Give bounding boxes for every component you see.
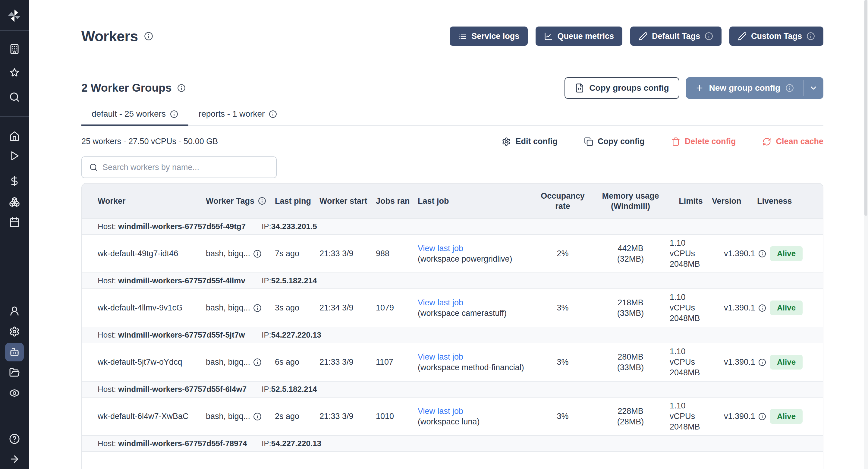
last-job-workspace: (workspace luna) xyxy=(418,416,480,427)
col-limits: Limits xyxy=(670,196,712,206)
view-last-job-link[interactable]: View last job xyxy=(418,298,507,308)
new-group-config-button[interactable]: New group config xyxy=(686,77,824,99)
info-icon xyxy=(705,32,713,40)
host-row: Host: windmill-workers-67757d55f-78974 I… xyxy=(82,435,823,451)
sidebar-item-home[interactable] xyxy=(9,131,20,142)
edit-config-button[interactable]: Edit config xyxy=(502,137,557,146)
gear-icon xyxy=(502,137,511,146)
host-row: Host: windmill-workers-67757d55f-5jt7w I… xyxy=(82,327,823,343)
button-label: Service logs xyxy=(471,32,519,41)
search-icon xyxy=(82,163,102,171)
worker-tags-info-icon[interactable] xyxy=(258,197,266,205)
service-logs-button[interactable]: Service logs xyxy=(450,27,528,46)
sidebar-item-star[interactable] xyxy=(9,67,20,79)
tab-info-icon xyxy=(269,110,277,118)
worker-row: wk-default-5jt7w-oYdcq bash, bigq... 6s … xyxy=(82,343,823,381)
tags-info-icon[interactable] xyxy=(253,304,261,312)
eye-icon xyxy=(9,387,20,399)
tags-info-icon[interactable] xyxy=(253,358,261,367)
host-row: Host: windmill-workers-67757d55f-49tg7 I… xyxy=(82,218,823,234)
worker-groups-header: 2 Worker Groups Copy groups config New g… xyxy=(82,77,824,99)
last-job-workspace: (workspace powergridlive) xyxy=(418,254,513,264)
workers-info-icon[interactable] xyxy=(144,32,153,41)
limits: 1.10 vCPUs 2048MB xyxy=(670,238,712,270)
version: v1.390.1 xyxy=(712,357,757,367)
windmill-logo[interactable] xyxy=(7,8,22,24)
tab-reports-worker[interactable]: reports - 1 worker xyxy=(188,109,287,125)
host-ip: IP:54.227.220.13 xyxy=(261,330,321,340)
boxes-icon xyxy=(9,196,20,207)
worker-row: wk-default-4llmv-9v1cG bash, bigq... 3s … xyxy=(82,288,823,327)
sidebar-item-dollar[interactable] xyxy=(9,176,20,187)
last-ping: 6s ago xyxy=(275,357,319,367)
tags-info-icon[interactable] xyxy=(253,412,261,421)
host-name: Host: windmill-workers-67757d55f-78974 xyxy=(98,439,261,448)
copy-groups-config-button[interactable]: Copy groups config xyxy=(564,77,679,99)
page-scrollbar[interactable] xyxy=(864,0,868,469)
alive-badge: Alive xyxy=(770,301,803,315)
action-label: Clean cache xyxy=(776,137,824,146)
building-icon xyxy=(9,44,20,55)
tags-info-icon[interactable] xyxy=(253,250,261,258)
col-memory-usage: Memory usage (Windmill) xyxy=(591,191,670,211)
occupancy-rate: 3% xyxy=(534,412,591,421)
worker-tags: bash, bigq... xyxy=(206,249,275,258)
tab-default-workers[interactable]: default - 25 workers xyxy=(82,109,188,125)
calendar-icon xyxy=(9,217,20,227)
new-group-config-dropdown[interactable] xyxy=(804,77,824,99)
host-name: Host: windmill-workers-67757d55f-5jt7w xyxy=(98,330,261,340)
sidebar-item-help[interactable] xyxy=(9,433,20,444)
sidebar-item-eye[interactable] xyxy=(9,387,20,399)
worker-start: 21:33 3/9 xyxy=(319,412,376,421)
last-ping: 3s ago xyxy=(275,303,319,313)
sidebar-item-search[interactable] xyxy=(9,92,20,102)
worker-search[interactable] xyxy=(82,156,277,178)
sidebar-item-user[interactable] xyxy=(9,306,20,316)
delete-config-button[interactable]: Delete config xyxy=(671,137,736,146)
robot-icon xyxy=(9,347,20,357)
host-ip: IP:34.233.201.5 xyxy=(261,222,317,231)
search-input[interactable] xyxy=(102,163,276,172)
host-row: Host: windmill-workers-67757d55f-4llmv I… xyxy=(82,273,823,288)
worker-name: wk-default-49tg7-idt46 xyxy=(82,249,206,258)
action-label: Edit config xyxy=(516,137,557,146)
sidebar-item-folder[interactable] xyxy=(9,367,20,378)
limits: 1.10 vCPUs 2048MB xyxy=(670,292,712,324)
default-tags-button[interactable]: Default Tags xyxy=(630,27,721,46)
sidebar-item-boxes[interactable] xyxy=(9,196,20,207)
memory-usage: 218MB (33MB) xyxy=(591,298,670,319)
custom-tags-button[interactable]: Custom Tags xyxy=(730,27,824,46)
sidebar-item-building[interactable] xyxy=(9,44,20,55)
sidebar-item-calendar[interactable] xyxy=(9,217,20,227)
view-last-job-link[interactable]: View last job xyxy=(418,352,524,362)
scrollbar-thumb[interactable] xyxy=(864,0,867,216)
sidebar-item-play[interactable] xyxy=(9,150,20,161)
view-last-job-link[interactable]: View last job xyxy=(418,406,480,416)
col-occupancy-rate: Occupancy rate xyxy=(534,191,591,211)
gear-icon xyxy=(9,326,20,337)
copy-config-button[interactable]: Copy config xyxy=(584,137,645,146)
info-icon xyxy=(807,32,815,40)
occupancy-rate: 3% xyxy=(534,357,591,367)
version: v1.390.1 xyxy=(712,249,757,258)
worker-groups-info-icon[interactable] xyxy=(177,84,186,92)
file-code-icon xyxy=(575,83,584,93)
last-job: View last job (workspace luna) xyxy=(418,406,534,427)
config-actions: Edit configCopy configDelete configClean… xyxy=(502,137,824,146)
home-icon xyxy=(9,131,20,142)
header-buttons: Service logsQueue metricsDefault TagsCus… xyxy=(450,27,824,46)
new-group-config-label: New group config xyxy=(709,83,780,93)
clean-cache-button[interactable]: Clean cache xyxy=(762,137,824,146)
sidebar-divider xyxy=(0,30,29,31)
sidebar xyxy=(0,0,29,469)
col-worker-tags: Worker Tags xyxy=(206,196,275,206)
sidebar-item-robot[interactable] xyxy=(5,343,24,362)
worker-tags: bash, bigq... xyxy=(206,303,275,313)
sidebar-item-arrow-right[interactable] xyxy=(9,454,20,465)
queue-metrics-button[interactable]: Queue metrics xyxy=(535,27,622,46)
worker-tags: bash, bigq... xyxy=(206,357,275,367)
view-last-job-link[interactable]: View last job xyxy=(418,243,513,254)
chart-icon xyxy=(544,32,553,41)
copy-groups-config-label: Copy groups config xyxy=(589,83,669,93)
sidebar-item-gear[interactable] xyxy=(9,326,20,337)
